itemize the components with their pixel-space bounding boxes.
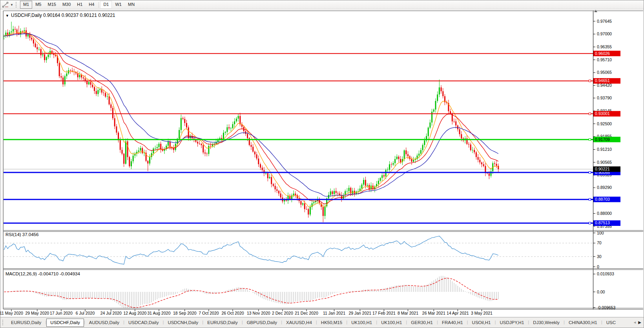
svg-text:-0.009653: -0.009653: [597, 305, 615, 310]
svg-text:0.91210: 0.91210: [597, 147, 612, 152]
svg-text:0.89290: 0.89290: [597, 185, 612, 190]
chart-tab-uk100-h1[interactable]: UK100,H1: [347, 319, 376, 327]
svg-text:0.92500: 0.92500: [597, 121, 612, 126]
chart-tabs: EURUSD,Daily|USDCHF,Daily|AUDUSD,Daily|U…: [0, 319, 623, 327]
mt4-terminal-window: ▼ M1M5M15M30H1H4D1W1MN 0.976450.970000.9…: [0, 0, 644, 328]
chart-tab-dj30-weekly[interactable]: DJ30,Weekly: [529, 319, 564, 327]
chart-tab-usdcnh-daily[interactable]: USDCNH,Daily: [164, 319, 202, 327]
svg-text:0.00: 0.00: [597, 290, 605, 294]
svg-text:14 Apr 2021: 14 Apr 2021: [447, 311, 469, 315]
svg-text:0.91709: 0.91709: [595, 137, 610, 142]
chart-tab-hk50-m15[interactable]: HK50,M15: [317, 319, 346, 327]
svg-text:17 Jun 2020: 17 Jun 2020: [50, 311, 73, 315]
chart-tab-usc[interactable]: USC: [602, 319, 620, 327]
tab-scroll-arrows: ◂ ▶: [634, 320, 641, 324]
svg-text:0.93790: 0.93790: [597, 95, 612, 100]
svg-text:0.94420: 0.94420: [597, 83, 612, 88]
chart-title: USDCHF,Daily 0.90164 0.90237 0.90121 0.9…: [11, 13, 115, 18]
svg-text:17 Feb 2021: 17 Feb 2021: [372, 311, 396, 315]
timeframe-button-m1[interactable]: M1: [20, 1, 32, 9]
timeframe-button-m5[interactable]: M5: [32, 1, 44, 9]
timeframe-button-group: M1M5M15M30H1H4D1W1MN: [20, 1, 138, 9]
svg-text:0.010933: 0.010933: [597, 271, 614, 276]
top-toolbar: ▼ M1M5M15M30H1H4D1W1MN: [0, 0, 644, 9]
timeframe-button-m15[interactable]: M15: [44, 1, 59, 9]
chart-tab-bar: EURUSD,Daily|USDCHF,Daily|AUDUSD,Daily|U…: [0, 317, 644, 328]
svg-text:21 Dec 2020: 21 Dec 2020: [295, 311, 318, 315]
tab-scroll-left-icon[interactable]: ◂: [634, 320, 636, 324]
svg-text:0.90565: 0.90565: [597, 160, 612, 165]
svg-text:18 Sep 2020: 18 Sep 2020: [173, 311, 197, 315]
chart-tab-gbpusd-daily[interactable]: GBPUSD,Daily: [243, 319, 281, 327]
timeframe-button-h4[interactable]: H4: [86, 1, 97, 9]
chart-tab-usdjpy-h1[interactable]: USDJPY,H1: [496, 319, 528, 327]
chart-background: [0, 9, 644, 317]
chart-tab-usoil-h1[interactable]: USOil,H1: [468, 319, 495, 327]
svg-text:12 Aug 2020: 12 Aug 2020: [123, 311, 146, 315]
chart-tab-xauusd-h4[interactable]: XAUUSD,H4: [282, 319, 316, 327]
svg-text:30: 30: [597, 254, 602, 259]
tabbar-grip: [2, 320, 5, 325]
chart-tab-usdcad-daily[interactable]: USDCAD,Daily: [124, 319, 162, 327]
svg-text:26 Oct 2020: 26 Oct 2020: [221, 311, 244, 315]
svg-text:0.97645: 0.97645: [597, 19, 612, 24]
svg-text:0.96355: 0.96355: [597, 44, 612, 49]
chart-tab-eurusd-daily[interactable]: EURUSD,Daily: [203, 319, 241, 327]
svg-text:3 May 2021: 3 May 2021: [471, 311, 493, 315]
svg-text:11 Jan 2021: 11 Jan 2021: [323, 311, 345, 315]
svg-text:26 Mar 2021: 26 Mar 2021: [422, 311, 445, 315]
svg-text:0.97000: 0.97000: [597, 31, 612, 36]
chart-tab-eurusd-daily[interactable]: EURUSD,Daily: [7, 319, 45, 327]
tool-dropdown-caret-icon[interactable]: ▼: [10, 3, 13, 7]
chart-tab-uk100-h1[interactable]: UK100,H1: [377, 319, 406, 327]
timeframe-button-h1[interactable]: H1: [74, 1, 86, 9]
svg-text:2 Dec 2020: 2 Dec 2020: [272, 311, 293, 315]
svg-text:0.95065: 0.95065: [597, 70, 612, 75]
chart-tab-usdchf-daily[interactable]: USDCHF,Daily: [46, 319, 84, 327]
svg-text:0.93001: 0.93001: [595, 111, 610, 116]
svg-text:100: 100: [597, 231, 604, 235]
chart-tab-china300-h1[interactable]: CHINA300,H1: [565, 319, 601, 327]
svg-text:70: 70: [597, 240, 602, 245]
svg-text:6 Jul 2020: 6 Jul 2020: [76, 311, 95, 315]
timeframe-button-w1[interactable]: W1: [112, 1, 125, 9]
rsi-indicator-label: RSI(14) 37.0456: [5, 232, 38, 237]
svg-text:0.90221: 0.90221: [595, 167, 610, 171]
svg-text:31 Aug 2020: 31 Aug 2020: [148, 311, 171, 315]
chart-collapse-icon[interactable]: ▼: [5, 14, 9, 18]
svg-text:0.87513: 0.87513: [595, 220, 610, 225]
svg-text:29 May 2020: 29 May 2020: [25, 311, 49, 315]
svg-text:29 Jan 2021: 29 Jan 2021: [348, 311, 371, 315]
chart-tab-ger30-h1[interactable]: GER30,H1: [407, 319, 437, 327]
svg-text:0.88703: 0.88703: [595, 197, 610, 202]
svg-text:13 Nov 2020: 13 Nov 2020: [247, 311, 270, 315]
tab-scroll-right-icon[interactable]: ▶: [638, 320, 641, 324]
svg-text:0.94651: 0.94651: [595, 78, 610, 83]
svg-text:0: 0: [597, 264, 599, 269]
svg-text:0.88000: 0.88000: [597, 211, 612, 216]
svg-text:11 May 2020: 11 May 2020: [0, 311, 23, 315]
timeframe-button-m30[interactable]: M30: [59, 1, 74, 9]
chart-tab-audusd-daily[interactable]: AUDUSD,Daily: [85, 319, 123, 327]
svg-text:0.96026: 0.96026: [595, 51, 610, 56]
svg-text:0.95710: 0.95710: [597, 57, 612, 62]
svg-text:7 Oct 2020: 7 Oct 2020: [199, 311, 219, 315]
timeframe-button-d1[interactable]: D1: [100, 1, 112, 9]
chart-canvas[interactable]: 0.976450.970000.963550.957100.950650.944…: [0, 0, 644, 328]
svg-text:8 Mar 2021: 8 Mar 2021: [398, 311, 418, 315]
timeframe-button-mn[interactable]: MN: [125, 1, 138, 9]
line-study-cursor-icon[interactable]: [2, 2, 9, 8]
toolbar-grip[interactable]: [16, 2, 18, 7]
macd-indicator-label: MACD(12,26,9) -0.004710 -0.004934: [5, 271, 80, 276]
toolbar-separator: [99, 2, 99, 8]
chart-tab-fra40-h1[interactable]: FRA40,H1: [438, 319, 467, 327]
svg-text:24 Jul 2020: 24 Jul 2020: [100, 311, 122, 315]
